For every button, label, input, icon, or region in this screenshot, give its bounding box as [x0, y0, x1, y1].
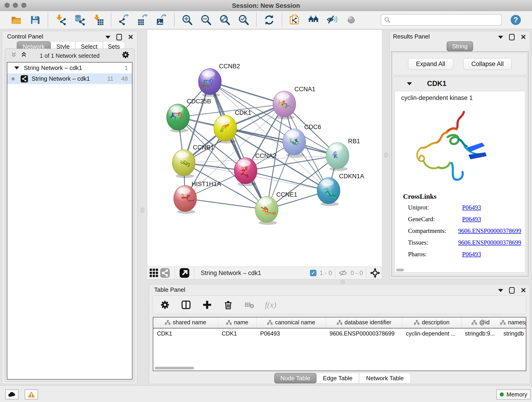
table-cell[interactable]: cyclin-dependent ...: [402, 328, 462, 338]
search-input[interactable]: [393, 15, 499, 25]
node-table[interactable]: shared namenamecanonical namedatabase id…: [153, 317, 526, 338]
save-session-button[interactable]: [29, 13, 41, 26]
collapse-all-button[interactable]: Collapse All: [463, 58, 512, 70]
network-edge[interactable]: [185, 198, 267, 210]
tab-network-table[interactable]: Network Table: [359, 373, 411, 383]
crosslink-link[interactable]: 9606.ENSP00000378699: [458, 227, 521, 235]
birds-eye-crosshair-icon[interactable]: [370, 268, 380, 279]
status-bar: Memory: [0, 385, 532, 402]
import-table-icon: [93, 14, 104, 26]
show-home-views-button[interactable]: [307, 13, 320, 26]
zoom-fit-button[interactable]: [218, 13, 231, 26]
results-panel-close-icon[interactable]: ✕: [520, 35, 526, 40]
results-panel-float-icon[interactable]: [509, 34, 515, 40]
hide-selected-button[interactable]: [326, 13, 339, 26]
import-table-button[interactable]: [92, 13, 105, 26]
column-header-namespac[interactable]: namespac: [500, 317, 526, 328]
network-node-CCNB2[interactable]: CCNB2: [198, 63, 240, 97]
cloud-status-button[interactable]: [5, 389, 19, 400]
table-panel-close-icon[interactable]: ✕: [520, 288, 526, 293]
zoom-out-button[interactable]: [200, 13, 212, 26]
collection-expander-icon[interactable]: [14, 66, 19, 70]
network-node-CCNE1[interactable]: CCNE1: [255, 191, 298, 225]
help-button[interactable]: ?: [510, 14, 521, 26]
import-network-database-button[interactable]: [73, 13, 86, 26]
gene-section-expander-icon[interactable]: [407, 82, 412, 85]
results-hscrollbar[interactable]: [396, 269, 404, 271]
network-canvas[interactable]: CCNB2CCNA1CDC25BCDK1CDC6RB1CCNB1CCNA2CDK…: [147, 30, 382, 267]
delete-column-icon[interactable]: [223, 299, 234, 310]
function-builder-icon-disabled: f(x): [265, 300, 276, 310]
show-column-panel-icon[interactable]: [181, 299, 191, 310]
table-cell[interactable]: CDK1: [153, 328, 218, 338]
crosslink-link[interactable]: P06493: [462, 251, 481, 258]
table-settings-gear-icon[interactable]: [159, 299, 171, 310]
zoom-in-button[interactable]: [181, 13, 194, 26]
table-cell[interactable]: stringdb:9...: [462, 328, 500, 338]
table-cell[interactable]: CDK1: [218, 328, 257, 338]
show-hidden-button[interactable]: [345, 13, 358, 26]
crosslink-link[interactable]: P06493: [462, 204, 481, 211]
table-cell[interactable]: 9606.ENSP00000378699: [326, 328, 402, 338]
table-cell[interactable]: stringdb: [500, 328, 526, 338]
control-panel-menu-icon[interactable]: [105, 36, 110, 39]
network-graph[interactable]: CCNB2CCNA1CDC25BCDK1CDC6RB1CCNB1CCNA2CDK…: [147, 30, 382, 267]
column-header-database-identifier[interactable]: database identifier: [326, 317, 402, 328]
network-edge[interactable]: [210, 82, 267, 210]
column-header-name[interactable]: name: [218, 317, 257, 328]
export-table-button[interactable]: [136, 13, 149, 26]
memory-button[interactable]: Memory: [496, 389, 531, 400]
results-panel-menu-icon[interactable]: [498, 36, 503, 39]
warnings-button[interactable]: [25, 389, 38, 400]
open-session-button[interactable]: [10, 13, 23, 26]
search-box[interactable]: [381, 14, 502, 26]
current-network-dot-icon: [12, 77, 15, 80]
column-label: database identifier: [345, 319, 391, 326]
tab-node-table[interactable]: Node Table: [274, 373, 317, 383]
network-node-CDKN1A[interactable]: CDKN1A: [317, 173, 364, 206]
table-panel-menu-icon[interactable]: [498, 289, 503, 292]
network-edge[interactable]: [225, 128, 337, 156]
add-column-icon[interactable]: [202, 299, 213, 310]
expand-all-button[interactable]: Expand All: [408, 58, 453, 70]
table-cell[interactable]: P06493: [257, 328, 326, 338]
import-network-button[interactable]: [54, 13, 67, 26]
control-panel-close-icon[interactable]: ✕: [128, 35, 133, 40]
selected-nodes-checkbox[interactable]: ✓: [310, 270, 317, 276]
detach-view-icon[interactable]: [179, 268, 190, 279]
table-panel-float-icon[interactable]: [509, 287, 515, 294]
column-header-canonical-name[interactable]: canonical name: [257, 317, 326, 328]
refresh-view-button[interactable]: [263, 13, 276, 26]
right-splitter-handle[interactable]: [384, 153, 388, 158]
table-hscrollbar[interactable]: [155, 367, 194, 370]
column-header-description[interactable]: description: [402, 317, 462, 328]
crosslink-link[interactable]: P06493: [462, 216, 481, 223]
network-list-container: 1 of 1 Network selected String Network –…: [5, 49, 134, 382]
network-collection-row[interactable]: String Network – cdk1 1: [7, 63, 132, 73]
network-label: String Network – cdk1: [32, 75, 90, 82]
network-row-selected[interactable]: String Network – cdk1 11 48: [7, 73, 132, 84]
export-image-button[interactable]: [155, 13, 168, 26]
grid-view-icon[interactable]: [148, 268, 159, 279]
column-header-shared-name[interactable]: shared name: [153, 317, 218, 328]
network-node-CDC6[interactable]: CDC6: [283, 123, 321, 157]
network-node-RB1[interactable]: RB1: [326, 138, 360, 171]
export-network-button[interactable]: [118, 13, 130, 26]
network-node-HIST1H1A[interactable]: HIST1H1A: [174, 181, 221, 214]
crosslink-link[interactable]: 9606.ENSP00000378699: [458, 239, 521, 246]
network-edge[interactable]: [246, 171, 329, 191]
network-node-CCNB1[interactable]: CCNB1: [172, 144, 214, 178]
tab-edge-table[interactable]: Edge Table: [317, 373, 359, 383]
string-view-icon[interactable]: [159, 268, 171, 279]
left-splitter-handle[interactable]: [140, 208, 144, 213]
network-node-CDC25B[interactable]: CDC25B: [167, 98, 211, 133]
tab-string[interactable]: String: [447, 41, 473, 51]
column-type-icon: [500, 320, 506, 325]
duplicate-network-button[interactable]: [288, 13, 301, 26]
control-panel-float-icon[interactable]: [116, 34, 122, 40]
column-header--id[interactable]: @id: [462, 317, 500, 328]
zoom-selected-button[interactable]: [237, 13, 250, 26]
network-options-gear-icon[interactable]: [121, 51, 130, 60]
table-row[interactable]: CDK1CDK1P064939606.ENSP00000378699cyclin…: [153, 328, 526, 338]
network-node-CCNA1[interactable]: CCNA1: [273, 86, 316, 119]
